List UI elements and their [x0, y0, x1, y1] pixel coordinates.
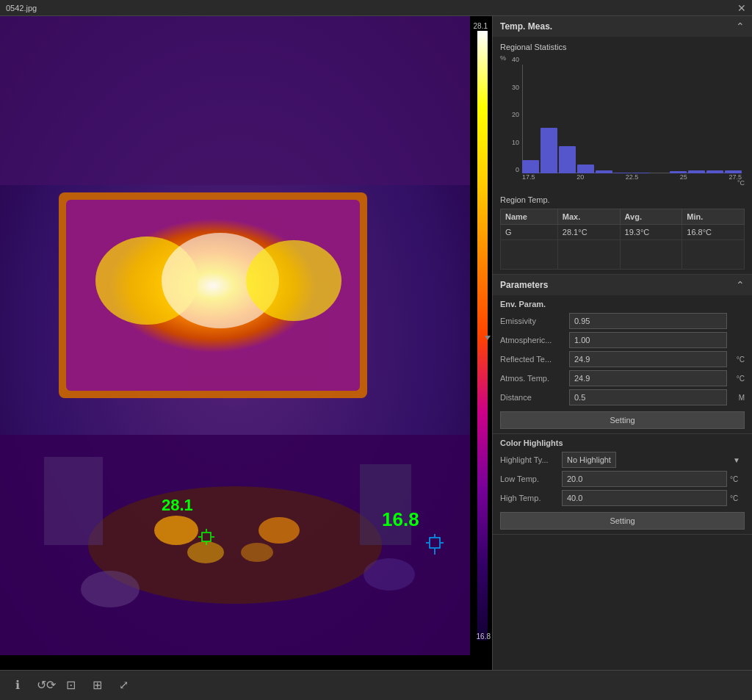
reflected-temp-input[interactable] [569, 351, 727, 367]
color-highlights-title: Color Highlights [500, 439, 745, 447]
col-name: Name [501, 209, 558, 225]
info-button[interactable]: ℹ [7, 675, 28, 696]
regional-stats-area: Regional Statistics % 40 30 20 10 0 [493, 37, 752, 191]
highlight-type-row: Highlight Ty... No Highlight ▼ [500, 452, 745, 468]
hot-crosshair [198, 529, 214, 547]
window-title: 0542.jpg [6, 4, 37, 12]
region-temp-title: Region Temp. [500, 195, 745, 204]
color-highlights-section: Color Highlights Highlight Ty... No High… [493, 434, 752, 535]
regional-stats-title: Regional Statistics [500, 43, 745, 51]
low-temp-row: Low Temp. °C [500, 471, 745, 487]
select-arrow-icon: ▼ [733, 456, 740, 464]
distance-input[interactable] [569, 389, 727, 405]
svg-point-9 [154, 516, 198, 545]
main-content: 28.1 16.8 [0, 16, 752, 670]
thermal-image-svg [0, 16, 470, 655]
hbar-2 [540, 128, 557, 173]
reflected-temp-unit: °C [730, 356, 745, 364]
cell-name: G [501, 225, 558, 240]
scroll-indicator [485, 336, 491, 340]
atmospheric-row: Atmospheric... [500, 332, 745, 348]
col-max: Max. [557, 209, 620, 225]
svg-point-12 [241, 543, 273, 562]
parameters-collapse-icon[interactable]: ⌃ [736, 279, 745, 291]
svg-rect-13 [44, 457, 103, 545]
rotate-button[interactable]: ↺⟳ [34, 675, 54, 696]
high-temp-unit: °C [730, 494, 745, 502]
atmos-temp-input[interactable] [569, 370, 727, 386]
hbar-1 [522, 160, 539, 173]
expand-icon: ⤢ [116, 678, 131, 693]
atmospheric-input[interactable] [569, 332, 727, 348]
svg-rect-17 [202, 533, 211, 541]
svg-point-6 [246, 240, 341, 321]
thermal-image-area: 28.1 16.8 [0, 16, 492, 670]
col-min: Min. [682, 209, 745, 225]
high-temp-row: High Temp. °C [500, 490, 745, 506]
params-area: Env. Param. Emissivity Atmospheric... Re… [493, 295, 752, 433]
env-param-title: Env. Param. [500, 300, 745, 308]
parameters-header[interactable]: Parameters ⌃ [493, 275, 752, 295]
histogram-bars [522, 65, 742, 173]
temp-meas-header[interactable]: Temp. Meas. ⌃ [493, 16, 752, 37]
cell-max: 28.1°C [557, 225, 620, 240]
hbar-3 [559, 146, 576, 173]
atmos-temp-row: Atmos. Temp. °C [500, 370, 745, 386]
svg-rect-14 [360, 464, 411, 545]
highlight-type-select[interactable]: No Highlight [562, 452, 616, 468]
empty-row [501, 240, 745, 270]
temp-meas-collapse-icon[interactable]: ⌃ [736, 21, 745, 32]
thermal-canvas[interactable]: 28.1 16.8 [0, 16, 492, 670]
cell-min: 16.8°C [682, 225, 745, 240]
cell-avg: 19.3°C [620, 225, 682, 240]
atmos-temp-label: Atmos. Temp. [500, 374, 566, 383]
crop-icon: ⊡ [63, 678, 78, 693]
parameters-section: Parameters ⌃ Env. Param. Emissivity Atmo… [493, 275, 752, 434]
atmospheric-label: Atmospheric... [500, 336, 566, 344]
high-temp-label: High Temp. [500, 494, 559, 502]
high-temp-input[interactable] [562, 490, 727, 506]
bottom-toolbar: ℹ ↺⟳ ⊡ ⊞ ⤢ [0, 670, 752, 700]
low-temp-label: Low Temp. [500, 475, 559, 483]
histogram-x-unit: °C [737, 179, 745, 187]
emissivity-label: Emissivity [500, 317, 566, 325]
rotate-icon: ↺⟳ [37, 678, 51, 693]
table-row: G 28.1°C 19.3°C 16.8°C [501, 225, 745, 240]
cold-crosshair [426, 534, 444, 557]
highlight-type-wrapper: No Highlight ▼ [562, 452, 745, 468]
grid-button[interactable]: ⊞ [87, 675, 107, 696]
histogram-chart: % 40 30 20 10 0 [500, 56, 745, 188]
distance-label: Distance [500, 393, 566, 402]
params-setting-button[interactable]: Setting [500, 411, 745, 429]
svg-point-10 [258, 517, 300, 544]
temp-meas-title: Temp. Meas. [500, 21, 552, 32]
low-temp-input[interactable] [562, 471, 727, 487]
hot-temp-label: 28.1 [162, 496, 193, 515]
hbar-4 [577, 165, 594, 173]
svg-rect-1 [0, 16, 470, 185]
parameters-title: Parameters [500, 280, 548, 290]
scale-min-label: 16.8 [477, 632, 491, 641]
expand-button[interactable]: ⤢ [113, 675, 134, 696]
highlight-type-label: Highlight Ty... [500, 455, 559, 464]
svg-point-15 [81, 571, 140, 607]
histogram-x-axis: 17.5 20 22.5 25 27.5 [522, 173, 742, 188]
color-highlights-area: Color Highlights Highlight Ty... No High… [493, 434, 752, 534]
highlights-setting-button[interactable]: Setting [500, 512, 745, 530]
reflected-temp-label: Reflected Te... [500, 355, 566, 364]
title-bar: 0542.jpg ✕ [0, 0, 752, 16]
crop-button[interactable]: ⊡ [60, 675, 81, 696]
close-button[interactable]: ✕ [737, 2, 746, 14]
cold-temp-label: 16.8 [382, 508, 419, 531]
scale-max-label: 28.1 [474, 22, 488, 30]
distance-unit: M [730, 394, 745, 402]
info-icon: ℹ [10, 678, 25, 693]
right-panel: Temp. Meas. ⌃ Regional Statistics % 40 3… [492, 16, 752, 670]
svg-point-16 [364, 558, 415, 591]
histogram-y-axis: 40 30 20 10 0 [500, 56, 522, 173]
emissivity-input[interactable] [569, 313, 727, 329]
low-temp-unit: °C [730, 475, 745, 483]
atmos-temp-unit: °C [730, 375, 745, 383]
reflected-temp-row: Reflected Te... °C [500, 351, 745, 367]
emissivity-row: Emissivity [500, 313, 745, 329]
